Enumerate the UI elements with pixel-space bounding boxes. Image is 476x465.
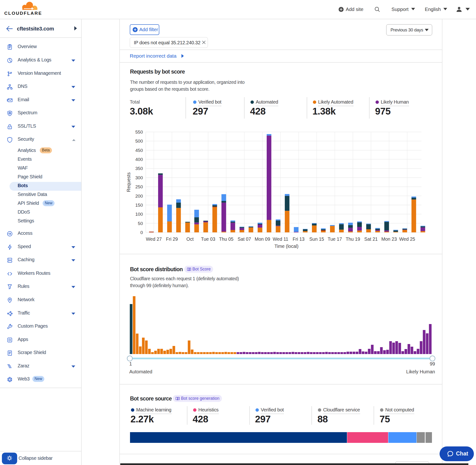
svg-text:Sun 15: Sun 15 bbox=[309, 236, 324, 242]
svg-text:Oct: Oct bbox=[186, 236, 194, 242]
svg-text:Mon 23: Mon 23 bbox=[381, 236, 397, 242]
svg-text:Requests: Requests bbox=[126, 172, 131, 192]
svg-text:Fri 29: Fri 29 bbox=[166, 236, 178, 242]
svg-text:Wed 11: Wed 11 bbox=[273, 236, 288, 242]
svg-text:0: 0 bbox=[140, 230, 143, 235]
svg-text:150: 150 bbox=[135, 203, 143, 208]
svg-text:Wed 25: Wed 25 bbox=[399, 236, 415, 242]
svg-text:Automated: Automated bbox=[129, 369, 152, 374]
svg-text:250: 250 bbox=[135, 184, 143, 189]
svg-text:50: 50 bbox=[138, 221, 143, 226]
svg-text:Sat 07: Sat 07 bbox=[238, 236, 251, 242]
svg-text:350: 350 bbox=[135, 166, 143, 171]
svg-text:450: 450 bbox=[135, 148, 143, 153]
svg-text:200: 200 bbox=[135, 194, 143, 199]
svg-text:Wed 27: Wed 27 bbox=[146, 236, 162, 242]
svg-text:Thu 05: Thu 05 bbox=[219, 236, 233, 242]
svg-text:500: 500 bbox=[135, 138, 143, 144]
svg-text:Tue 17: Tue 17 bbox=[328, 236, 342, 242]
svg-text:Sat 21: Sat 21 bbox=[364, 236, 378, 242]
svg-text:Tue 03: Tue 03 bbox=[201, 236, 215, 242]
svg-text:Fri 13: Fri 13 bbox=[293, 236, 305, 242]
svg-text:300: 300 bbox=[135, 175, 143, 180]
svg-text:Mon 09: Mon 09 bbox=[254, 236, 270, 242]
svg-text:Likely Human: Likely Human bbox=[406, 369, 435, 374]
svg-text:1: 1 bbox=[129, 361, 132, 366]
svg-text:100: 100 bbox=[135, 212, 143, 217]
svg-text:400: 400 bbox=[135, 157, 143, 162]
svg-text:Thu 19: Thu 19 bbox=[346, 236, 360, 242]
svg-text:550: 550 bbox=[135, 129, 143, 135]
svg-text:99: 99 bbox=[430, 361, 435, 366]
svg-text:Time (local): Time (local) bbox=[274, 243, 298, 249]
